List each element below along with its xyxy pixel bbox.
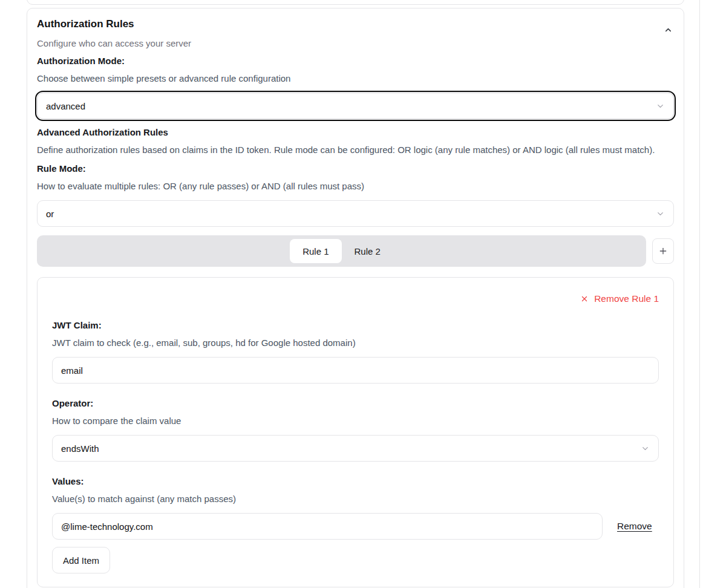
authorization-mode-value: advanced [46, 101, 85, 111]
settings-card-stack: Authorization Rules Configure who can ac… [27, 0, 684, 588]
remove-value-link[interactable]: Remove [617, 521, 652, 532]
jwt-claim-label: JWT Claim: [52, 320, 659, 331]
advanced-rules-heading: Advanced Authorization Rules [37, 127, 674, 138]
values-label: Values: [52, 476, 659, 487]
plus-icon [658, 246, 668, 256]
operator-description: How to compare the claim value [52, 416, 659, 426]
remove-rule-button[interactable]: Remove Rule 1 [52, 292, 659, 305]
rule-mode-description: How to evaluate multiple rules: OR (any … [37, 181, 674, 192]
advanced-rules-description: Define authorization rules based on clai… [37, 145, 674, 155]
rule-1-card: Remove Rule 1 JWT Claim: JWT claim to ch… [37, 277, 674, 587]
previous-section-card [27, 0, 684, 5]
authorization-mode-select[interactable]: advanced [37, 93, 674, 119]
values-description: Value(s) to match against (any match pas… [52, 494, 659, 505]
operator-select[interactable]: endsWith [52, 435, 659, 462]
chevron-down-icon [656, 102, 665, 111]
chevron-up-icon [664, 25, 673, 34]
card-subtitle: Configure who can access your server [37, 38, 674, 49]
card-title: Authorization Rules [37, 18, 134, 30]
x-icon [580, 295, 589, 303]
page-right-divider [699, 0, 700, 588]
add-item-button[interactable]: Add Item [52, 547, 110, 573]
operator-label: Operator: [52, 398, 659, 409]
jwt-claim-description: JWT claim to check (e.g., email, sub, gr… [52, 338, 659, 348]
rule-tabs-row: Rule 1 Rule 2 [37, 235, 674, 267]
remove-rule-label: Remove Rule 1 [594, 293, 659, 304]
add-rule-button[interactable] [652, 238, 674, 264]
chevron-down-icon [641, 444, 650, 453]
authorization-mode-description: Choose between simple presets or advance… [37, 73, 674, 84]
settings-page: Authorization Rules Configure who can ac… [0, 0, 703, 588]
tab-rule-1[interactable]: Rule 1 [290, 239, 341, 263]
jwt-claim-input[interactable] [52, 357, 659, 384]
tab-rule-2[interactable]: Rule 2 [342, 239, 393, 263]
operator-value: endsWith [61, 443, 99, 454]
collapse-section-button[interactable] [664, 25, 673, 34]
rule-tab-bar: Rule 1 Rule 2 [37, 235, 646, 267]
rule-mode-value: or [46, 209, 54, 219]
chevron-down-icon [656, 209, 665, 218]
card-header: Authorization Rules [37, 18, 674, 34]
value-item-row: Remove [52, 513, 659, 540]
authorization-rules-card: Authorization Rules Configure who can ac… [27, 8, 684, 588]
rule-mode-select[interactable]: or [37, 200, 674, 227]
rule-mode-label: Rule Mode: [37, 163, 674, 174]
value-input[interactable] [52, 513, 603, 540]
authorization-mode-label: Authorization Mode: [37, 56, 674, 67]
